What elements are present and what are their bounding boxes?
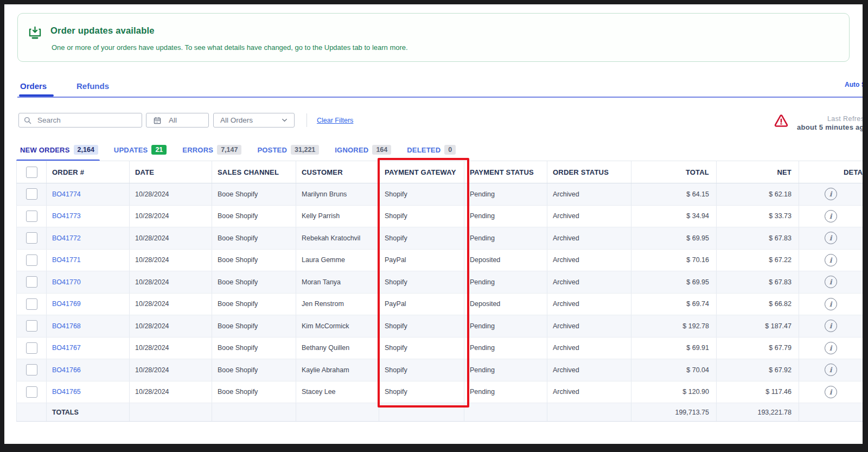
cell-customer: Stacey Lee (296, 381, 379, 403)
date-filter-button[interactable]: All (146, 113, 209, 128)
cell-payment-status: Pending (464, 381, 547, 403)
cell-payment-gateway: Shopify (379, 205, 464, 227)
count-badge: 21 (151, 145, 167, 155)
info-icon[interactable]: i (825, 210, 837, 222)
cell-customer: Moran Tanya (296, 271, 379, 294)
count-badge: 31,221 (291, 145, 319, 155)
cell-net: $ 33.73 (717, 205, 799, 227)
cell-total: $ 69.74 (631, 293, 717, 315)
cell-payment-gateway: PayPal (379, 249, 464, 271)
order-number-link[interactable]: BO41766 (52, 366, 81, 374)
info-icon[interactable]: i (825, 298, 837, 310)
cell-net: $ 67.83 (717, 271, 799, 294)
row-checkbox[interactable] (26, 211, 37, 222)
info-icon[interactable]: i (825, 188, 837, 200)
tab-refunds[interactable]: Refunds (76, 81, 109, 91)
order-number-link[interactable]: BO41773 (52, 212, 81, 220)
order-number-link[interactable]: BO41769 (52, 300, 81, 308)
cell-date: 10/28/2024 (130, 359, 212, 381)
info-icon[interactable]: i (825, 232, 837, 244)
cell-payment-status: Pending (464, 183, 547, 206)
cell-date: 10/28/2024 (130, 315, 212, 338)
tabs-divider-line (17, 97, 863, 98)
cell-net: $ 117.46 (717, 381, 799, 403)
cell-total: $ 64.15 (631, 183, 717, 206)
warning-triangle-icon (773, 113, 789, 129)
row-checkbox[interactable] (26, 298, 37, 310)
info-icon[interactable]: i (825, 386, 837, 398)
order-number-link[interactable]: BO41765 (52, 388, 81, 396)
info-icon[interactable]: i (825, 254, 837, 266)
order-type-dropdown[interactable]: All Orders (213, 113, 295, 128)
cell-payment-gateway: Shopify (379, 381, 464, 403)
order-download-icon (28, 26, 42, 40)
cell-order-status: Archived (547, 337, 631, 359)
subtab-label: IGNORED (335, 146, 368, 154)
cell-net: $ 62.18 (717, 183, 799, 206)
order-number-link[interactable]: BO41770 (52, 278, 81, 286)
cell-payment-gateway: Shopify (379, 359, 464, 381)
subtab-label: POSTED (257, 146, 287, 154)
order-number-link[interactable]: BO41772 (52, 234, 81, 242)
row-checkbox[interactable] (26, 254, 37, 266)
col-details: DETAILS (799, 161, 863, 183)
cell-customer: Marilynn Bruns (296, 183, 379, 206)
cell-payment-status: Deposited (464, 249, 547, 271)
info-icon[interactable]: i (825, 364, 837, 376)
row-checkbox[interactable] (26, 188, 37, 200)
row-checkbox[interactable] (26, 386, 37, 398)
tab-orders[interactable]: Orders (20, 81, 47, 91)
cell-order-status: Archived (547, 183, 631, 206)
cell-payment-gateway: PayPal (379, 293, 464, 315)
chevron-down-icon (280, 116, 289, 124)
subtab-new-orders[interactable]: NEW ORDERS 2,164 (20, 145, 98, 155)
auto-sync-link[interactable]: Auto Sync (845, 81, 863, 88)
cell-sales-channel: Booe Shopify (212, 183, 296, 206)
cell-date: 10/28/2024 (130, 337, 212, 359)
cell-order-status: Archived (547, 315, 631, 338)
subtab-deleted[interactable]: DELETED 0 (407, 145, 456, 155)
row-checkbox[interactable] (26, 320, 37, 332)
subtab-errors[interactable]: ERRORS 7,147 (182, 145, 241, 155)
info-icon[interactable]: i (825, 342, 837, 354)
subtab-ignored[interactable]: IGNORED 164 (335, 145, 391, 155)
status-subtabs: NEW ORDERS 2,164 UPDATES 21 ERRORS 7,147… (20, 143, 456, 156)
cell-date: 10/28/2024 (130, 227, 212, 250)
cell-customer: Jen Renstrom (296, 293, 379, 315)
col-payment-gateway: PAYMENT GATEWAY (379, 161, 464, 183)
cell-net: $ 67.22 (717, 249, 799, 271)
last-refreshed-label: Last Refreshed (827, 115, 863, 123)
calendar-icon (153, 116, 162, 125)
date-filter-value: All (169, 116, 177, 124)
clear-filters-link[interactable]: Clear Filters (317, 117, 353, 124)
cell-payment-status: Pending (464, 315, 547, 338)
cell-total: $ 34.94 (631, 205, 717, 227)
search-field[interactable] (18, 113, 142, 128)
cell-customer: Kim McCormick (296, 315, 379, 338)
subtab-label: DELETED (407, 146, 441, 154)
table-row: BO4176710/28/2024Booe ShopifyBethany Qui… (17, 337, 863, 359)
row-checkbox[interactable] (26, 342, 37, 354)
info-icon[interactable]: i (825, 320, 837, 332)
col-customer: CUSTOMER (296, 161, 379, 183)
table-row: BO4176610/28/2024Booe ShopifyKaylie Abra… (17, 359, 863, 381)
cell-total: $ 70.16 (631, 249, 717, 271)
subtab-label: ERRORS (182, 146, 213, 154)
order-number-link[interactable]: BO41771 (52, 256, 81, 264)
cell-order-status: Archived (547, 381, 631, 403)
search-input[interactable] (36, 116, 137, 125)
order-number-link[interactable]: BO41767 (52, 344, 81, 352)
order-number-link[interactable]: BO41768 (52, 322, 81, 330)
order-number-link[interactable]: BO41774 (52, 190, 81, 198)
totals-row: TOTALS 199,713.75 193,221.78 (17, 403, 863, 422)
row-checkbox[interactable] (26, 232, 37, 244)
subtab-updates[interactable]: UPDATES 21 (114, 145, 167, 155)
info-icon[interactable]: i (825, 276, 837, 288)
table-row: BO4177210/28/2024Booe ShopifyRebekah Kra… (17, 227, 863, 250)
cell-customer: Kaylie Abraham (296, 359, 379, 381)
cell-payment-gateway: Shopify (379, 227, 464, 250)
subtab-posted[interactable]: POSTED 31,221 (257, 145, 319, 155)
select-all-checkbox[interactable] (26, 167, 37, 178)
row-checkbox[interactable] (26, 364, 37, 375)
row-checkbox[interactable] (26, 276, 37, 288)
